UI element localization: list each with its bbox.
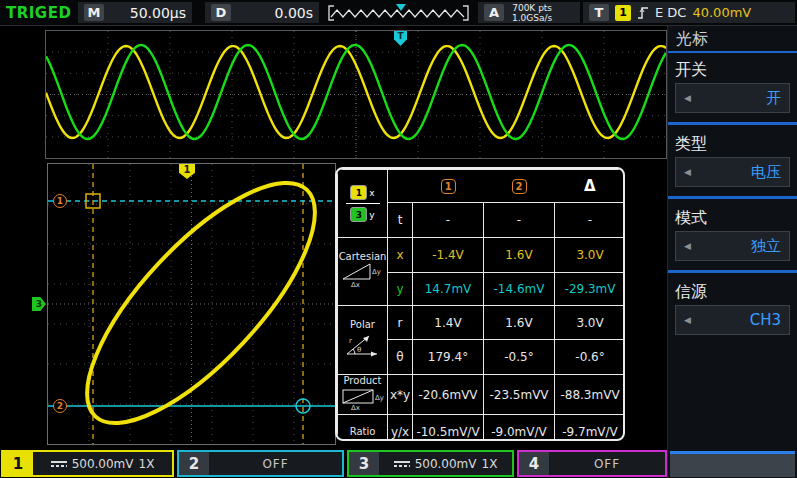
polar-vector-icon: r θ: [341, 330, 385, 358]
svg-text:r: r: [349, 337, 352, 345]
menu-divider: [668, 270, 797, 273]
rising-edge-icon: [637, 5, 649, 21]
cursor2-label[interactable]: 2: [53, 399, 67, 413]
mode-selector[interactable]: ◀ 独立: [675, 231, 790, 261]
timebase-icon: M: [84, 4, 104, 21]
channel-4-badge: 4: [519, 452, 549, 475]
polar-section-label: Polar r θ: [338, 306, 388, 375]
product-section-label: Product Δy Δx: [338, 375, 388, 415]
record-points: 700K pts: [512, 3, 552, 13]
menu-page-panel[interactable]: [670, 451, 795, 477]
source-label: 信源: [675, 278, 790, 305]
product-area-icon: Δy Δx: [341, 386, 385, 410]
yt-waveform-area[interactable]: T: [45, 30, 667, 159]
xy-lissajous-plot: [48, 164, 335, 444]
svg-text:Δy: Δy: [372, 268, 381, 276]
xy-display-area[interactable]: 1 1 2: [47, 163, 336, 445]
delay-value: 0.00s: [275, 5, 313, 21]
mode-label: 模式: [675, 204, 790, 231]
switch-value: 开: [766, 89, 781, 108]
table-row: Cartesian Δy Δx x -1.4V 1.6V 3.0V: [338, 238, 626, 273]
channel-3-probe: 1X: [482, 457, 498, 471]
cartesian-section-label: Cartesian Δy Δx: [338, 238, 388, 306]
waveform-zigzag-icon: [327, 3, 470, 22]
sidebar-section-source: 信源 ◀ CH3: [668, 275, 797, 342]
svg-text:Δx: Δx: [351, 281, 360, 288]
trigger-status: TRIGED: [6, 4, 71, 22]
cursor-menu-sidebar: 光标 开关 ◀ 开 类型 ◀ 电压 模式 ◀ 独立 信源: [667, 26, 797, 478]
oscilloscope-screen: TRIGED M 50.00µs D 0.00s A 700K pts 1.0G…: [0, 0, 797, 478]
sample-rate: 1.0GSa/s: [512, 13, 552, 23]
acquire-panel[interactable]: A 700K pts 1.0GSa/s: [478, 2, 580, 23]
svg-text:θ: θ: [357, 346, 361, 354]
dc-coupling-icon: [51, 461, 67, 467]
source-selector[interactable]: ◀ CH3: [675, 305, 790, 335]
left-arrow-icon: ◀: [684, 315, 691, 325]
trigger-icon: T: [589, 4, 609, 21]
record-position-indicator[interactable]: [327, 3, 470, 22]
mode-value: 独立: [751, 237, 781, 256]
acquire-icon: A: [484, 4, 504, 21]
trigger-settings-panel[interactable]: T 1 E DC 40.00mV: [583, 2, 795, 23]
timebase-value: 50.00µs: [130, 5, 186, 21]
channel-2-state: OFF: [262, 457, 288, 471]
trigger-source-badge: 1: [615, 5, 631, 21]
switch-label: 开关: [675, 56, 790, 83]
menu-title: 光标: [668, 26, 797, 53]
x-source-ch1-badge: 1: [350, 185, 367, 200]
type-label: 类型: [675, 130, 790, 157]
channel-2-badge: 2: [179, 452, 209, 475]
trigger-level: 40.00mV: [692, 5, 751, 20]
menu-divider: [668, 196, 797, 199]
cursor1-column-header: 1: [441, 179, 456, 194]
delta-column-header: Δ: [584, 177, 596, 195]
cursor1-label[interactable]: 1: [53, 194, 67, 208]
type-selector[interactable]: ◀ 电压: [675, 157, 790, 187]
ch3-position-marker[interactable]: 3: [32, 297, 46, 311]
cursor-measurement-table: 1 x 3 y 1 2 Δ: [335, 167, 625, 441]
yt-waveform-plot: [46, 31, 666, 158]
fraction-divider: [346, 203, 380, 204]
source-value: CH3: [750, 311, 781, 329]
channel-3-box[interactable]: 3 500.00mV 1X: [347, 450, 514, 477]
svg-text:Δx: Δx: [351, 404, 360, 410]
dc-coupling-icon: [394, 461, 410, 467]
menu-divider: [668, 122, 797, 125]
sidebar-section-switch: 开关 ◀ 开: [668, 53, 797, 120]
ratio-section-label: Ratio: [338, 415, 388, 442]
switch-selector[interactable]: ◀ 开: [675, 83, 790, 113]
channel-4-state: OFF: [594, 457, 620, 471]
sidebar-section-mode: 模式 ◀ 独立: [668, 201, 797, 268]
xy-source-key: 1 x 3 y: [338, 170, 388, 238]
cursor2-column-header: 2: [512, 179, 527, 194]
channel-2-box[interactable]: 2 OFF: [177, 450, 344, 477]
y-source-ch3-badge: 3: [350, 207, 367, 222]
channel-3-badge: 3: [349, 452, 379, 475]
table-header-row: 1 2 Δ: [388, 170, 626, 203]
table-row: Ratio y/x -10.5mV/V -9.0mV/V -9.7mV/V: [338, 415, 626, 442]
channel-1-badge: 1: [3, 452, 33, 475]
trigger-coupling: E DC: [655, 5, 686, 20]
cartesian-triangle-icon: Δy Δx: [341, 262, 385, 288]
top-status-bar: TRIGED M 50.00µs D 0.00s A 700K pts 1.0G…: [0, 0, 797, 26]
left-arrow-icon: ◀: [684, 167, 691, 177]
table-row: Product Δy Δx x*y -20.6mVV -23.5mVV -88.…: [338, 375, 626, 415]
channel-3-scale: 500.00mV: [415, 457, 477, 471]
delay-panel[interactable]: D 0.00s: [205, 2, 319, 23]
sidebar-section-type: 类型 ◀ 电压: [668, 127, 797, 194]
channel-4-box[interactable]: 4 OFF: [517, 450, 667, 477]
delay-icon: D: [211, 4, 231, 21]
type-value: 电压: [751, 163, 781, 182]
timebase-panel[interactable]: M 50.00µs: [78, 2, 192, 23]
channel-1-box[interactable]: 1 500.00mV 1X: [1, 450, 174, 477]
svg-text:Δy: Δy: [375, 394, 384, 402]
channel-1-scale: 500.00mV: [72, 457, 134, 471]
left-arrow-icon: ◀: [684, 93, 691, 103]
left-arrow-icon: ◀: [684, 241, 691, 251]
channel-1-probe: 1X: [139, 457, 155, 471]
table-row: Polar r θ r 1.4V 1.6V 3.0V: [338, 306, 626, 340]
